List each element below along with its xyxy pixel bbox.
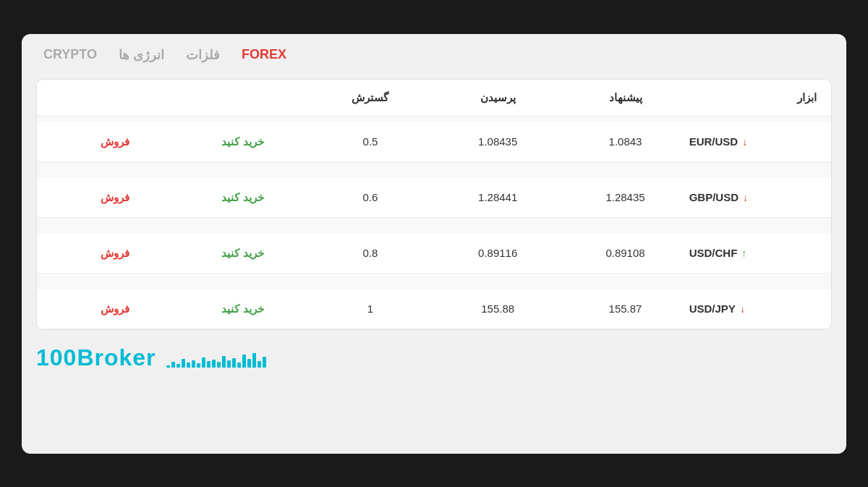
col-header-bid: پیشنهاد [561, 91, 689, 104]
chart-bar [258, 361, 261, 368]
col-header-instrument: ابزار [689, 91, 817, 104]
table-row: ↓ GBP/USD 1.28435 1.28441 0.6 خرید کنید … [37, 178, 831, 218]
cell-bid: 0.89108 [561, 247, 689, 259]
cell-spread: 0.6 [307, 191, 434, 203]
table-row: ↓ EUR/USD 1.0843 1.08435 0.5 خرید کنید ف… [37, 122, 831, 162]
chart-bar [247, 359, 251, 368]
cell-instrument: ↓ USD/JPY [689, 302, 817, 315]
chart-bar [227, 360, 231, 368]
chart-bar [176, 364, 180, 368]
chart-bar [232, 358, 236, 368]
chart-bar [242, 355, 246, 368]
arrow-up-icon: ↑ [741, 247, 746, 259]
sell-button[interactable]: فروش [51, 302, 179, 316]
footer: 100Broker [22, 337, 846, 374]
chart-bar [263, 357, 266, 368]
chart-bar [197, 363, 200, 368]
cell-bid: 155.87 [561, 302, 689, 315]
table-header: ابزار پیشنهاد پرسیدن گسترش [37, 80, 831, 117]
chart-icon [166, 347, 266, 368]
cell-ask: 1.28441 [434, 191, 561, 203]
cell-instrument: ↓ EUR/USD [689, 135, 817, 148]
table-row: ↑ USD/CHF 0.89108 0.89116 0.8 خرید کنید … [37, 234, 831, 274]
nav-item-forex[interactable]: FOREX [242, 47, 286, 62]
col-header-spread: گسترش [307, 91, 434, 104]
cell-bid: 1.0843 [561, 135, 689, 148]
buy-button[interactable]: خرید کنید [179, 135, 306, 148]
instrument-label: USD/JPY [689, 302, 736, 315]
table-wrapper: ابزار پیشنهاد پرسیدن گسترش ↓ EUR/USD 1.0… [36, 79, 832, 330]
arrow-down-icon: ↓ [743, 192, 748, 203]
sell-button[interactable]: فروش [51, 135, 179, 148]
widget-container: FOREXفلزاتانرژی هاCRYPTO ابزار پیشنهاد پ… [22, 34, 846, 454]
col-header-buy [179, 91, 306, 104]
cell-ask: 1.08435 [434, 135, 561, 148]
chart-bar [166, 365, 170, 368]
instrument-label: EUR/USD [689, 135, 739, 148]
brand-logo: 100Broker [36, 344, 156, 371]
buy-button[interactable]: خرید کنید [179, 247, 306, 260]
nav-item-metals[interactable]: فلزات [186, 47, 220, 63]
chart-bar [192, 360, 195, 368]
chart-bar [182, 359, 185, 368]
cell-instrument: ↑ USD/CHF [689, 247, 817, 259]
chart-bar [212, 360, 216, 368]
cell-instrument: ↓ GBP/USD [689, 191, 817, 203]
chart-bar [222, 356, 226, 368]
cell-spread: 1 [307, 302, 434, 315]
chart-bar [217, 362, 221, 368]
arrow-down-icon: ↓ [740, 303, 745, 315]
instrument-label: USD/CHF [689, 247, 738, 259]
header-nav: FOREXفلزاتانرژی هاCRYPTO [22, 34, 846, 72]
col-header-sell [51, 91, 179, 104]
chart-bar [207, 361, 210, 368]
sell-button[interactable]: فروش [51, 191, 179, 204]
chart-bar [171, 362, 175, 368]
chart-bar [187, 363, 190, 368]
chart-bar [252, 353, 256, 368]
arrow-down-icon: ↓ [742, 136, 747, 148]
chart-bar [237, 363, 241, 368]
cell-ask: 155.88 [434, 302, 561, 315]
instrument-label: GBP/USD [689, 191, 739, 203]
cell-bid: 1.28435 [561, 191, 689, 203]
buy-button[interactable]: خرید کنید [179, 302, 306, 316]
nav-item-crypto[interactable]: CRYPTO [43, 47, 97, 62]
buy-button[interactable]: خرید کنید [179, 191, 306, 204]
table-row: ↓ USD/JPY 155.87 155.88 1 خرید کنید فروش [37, 289, 831, 329]
cell-ask: 0.89116 [434, 247, 561, 259]
cell-spread: 0.5 [307, 135, 434, 148]
sell-button[interactable]: فروش [51, 247, 179, 260]
cell-spread: 0.8 [307, 247, 434, 259]
col-header-ask: پرسیدن [434, 91, 561, 104]
rows-wrapper: ↓ EUR/USD 1.0843 1.08435 0.5 خرید کنید ف… [37, 117, 831, 329]
nav-item-energy[interactable]: انرژی ها [119, 47, 164, 63]
chart-bar [202, 357, 205, 368]
